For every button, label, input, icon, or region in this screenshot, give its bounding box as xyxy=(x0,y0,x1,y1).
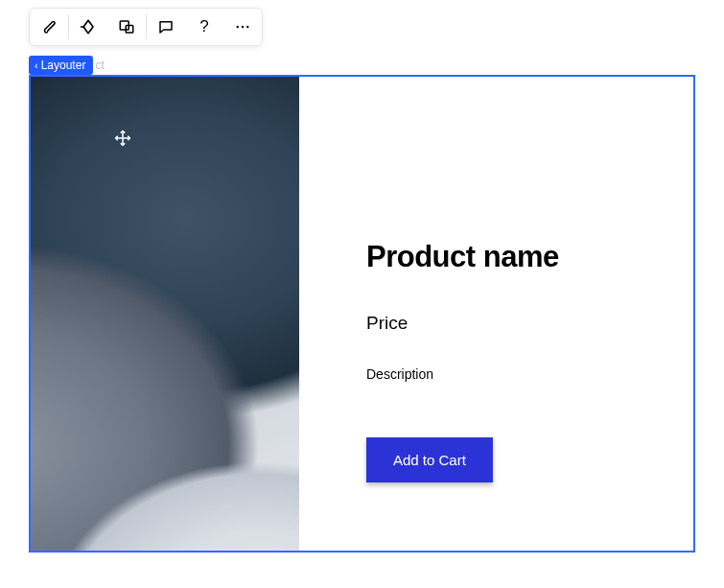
more-button[interactable] xyxy=(223,9,262,45)
add-to-cart-button[interactable]: Add to Cart xyxy=(366,437,493,482)
help-button[interactable]: ? xyxy=(185,9,223,45)
svg-point-3 xyxy=(242,26,244,28)
comment-icon xyxy=(157,18,175,35)
svg-point-2 xyxy=(237,26,239,28)
svg-point-4 xyxy=(246,26,248,28)
product-description[interactable]: Description xyxy=(366,366,674,382)
product-image[interactable] xyxy=(31,77,299,551)
brush-button[interactable] xyxy=(30,9,68,45)
floating-toolbar: ? xyxy=(29,8,263,46)
breadcrumb-faded-text: ct xyxy=(95,59,104,72)
selection-tag[interactable]: ‹ Layouter xyxy=(29,56,93,75)
comment-button[interactable] xyxy=(147,9,185,45)
brush-icon xyxy=(40,18,58,35)
breadcrumb: ‹ Layouter ct xyxy=(29,56,105,75)
product-details-panel: Product name Price Description Add to Ca… xyxy=(299,77,693,551)
product-title[interactable]: Product name xyxy=(366,240,674,274)
animation-icon xyxy=(79,17,98,36)
selected-section[interactable]: Product name Price Description Add to Ca… xyxy=(29,75,695,553)
move-cursor-icon xyxy=(113,129,132,148)
responsive-icon xyxy=(118,18,135,35)
animation-button[interactable] xyxy=(69,9,107,45)
product-price[interactable]: Price xyxy=(366,313,674,334)
chevron-left-icon: ‹ xyxy=(35,60,38,71)
responsive-button[interactable] xyxy=(107,9,146,45)
selection-tag-label: Layouter xyxy=(41,59,86,72)
help-icon: ? xyxy=(199,17,208,36)
more-icon xyxy=(234,18,251,35)
